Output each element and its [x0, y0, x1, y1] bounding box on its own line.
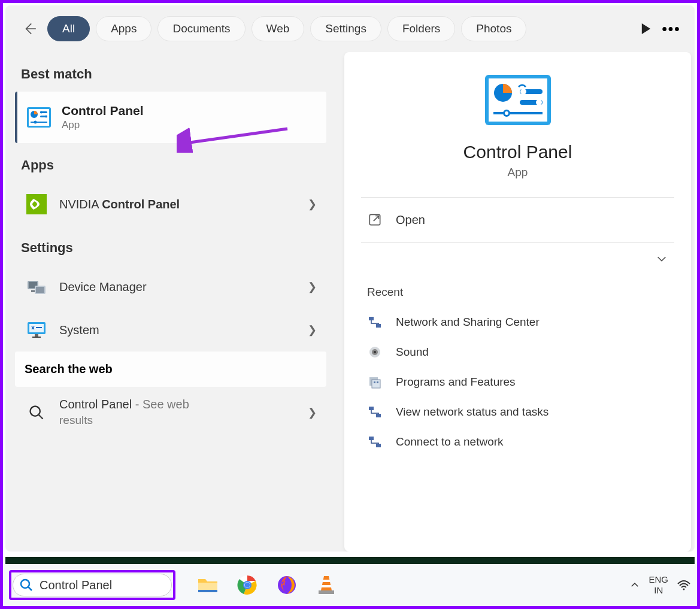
play-icon	[641, 23, 651, 34]
arrow-left-icon	[22, 21, 37, 37]
vlc-icon[interactable]	[316, 574, 337, 596]
svg-rect-18	[32, 337, 41, 338]
svg-point-31	[505, 111, 508, 115]
connect-network-icon	[367, 434, 383, 450]
svg-point-37	[374, 351, 376, 353]
control-panel-icon	[27, 105, 51, 129]
svg-point-26	[520, 89, 526, 95]
web-result-line2: results	[59, 414, 297, 427]
recent-header: Recent	[361, 275, 674, 307]
svg-rect-45	[376, 444, 381, 447]
nvidia-icon	[25, 192, 49, 216]
web-result-suffix: - See web	[132, 398, 189, 411]
best-match-title: Control Panel	[62, 104, 317, 118]
tab-folders[interactable]: Folders	[387, 16, 455, 41]
settings-result-device-manager[interactable]: Device Manager ❯	[15, 265, 326, 308]
tab-all[interactable]: All	[47, 16, 90, 41]
filter-tabs: All Apps Documents Web Settings Folders …	[47, 16, 630, 41]
language-indicator[interactable]: ENG IN	[649, 574, 668, 596]
recent-item[interactable]: View network status and tasks	[361, 397, 674, 427]
search-icon	[19, 578, 34, 592]
svg-rect-14	[31, 290, 35, 292]
svg-rect-9	[26, 194, 47, 214]
taskbar: Control Panel ENG IN	[3, 564, 697, 606]
svg-point-20	[31, 406, 40, 416]
more-button[interactable]: •••	[662, 20, 680, 38]
tray-chevron-up-icon[interactable]	[629, 580, 640, 590]
chevron-right-icon: ❯	[308, 280, 317, 293]
best-match-subtitle: App	[62, 119, 317, 131]
recent-item[interactable]: Programs and Features	[361, 367, 674, 397]
recent-label: Network and Sharing Center	[396, 316, 540, 329]
system-tray: ENG IN	[629, 574, 691, 596]
device-manager-icon	[25, 275, 49, 299]
back-button[interactable]	[20, 19, 39, 38]
svg-line-49	[28, 587, 32, 590]
system-icon	[25, 318, 49, 342]
chevron-right-icon: ❯	[308, 198, 317, 211]
results-column: Best match Control Panel App Apps NVIDIA…	[9, 52, 332, 552]
chrome-icon[interactable]	[237, 574, 258, 596]
expand-toggle[interactable]	[361, 243, 674, 275]
sound-icon	[367, 344, 383, 360]
recent-item[interactable]: Network and Sharing Center	[361, 307, 674, 337]
settings-item-label: System	[59, 323, 297, 337]
svg-point-8	[34, 121, 37, 124]
recent-label: Connect to a network	[396, 435, 504, 449]
svg-rect-39	[372, 380, 380, 388]
settings-result-system[interactable]: System ❯	[15, 308, 326, 352]
chevron-right-icon: ❯	[308, 406, 317, 419]
chevron-down-icon	[655, 252, 668, 265]
control-panel-large-icon	[485, 75, 551, 125]
tab-settings[interactable]: Settings	[310, 16, 381, 41]
app-result-nvidia[interactable]: NVIDIA Control Panel ❯	[15, 183, 326, 226]
svg-point-6	[45, 116, 47, 118]
svg-point-48	[21, 580, 29, 588]
svg-rect-44	[369, 437, 374, 440]
best-match-result[interactable]: Control Panel App	[15, 92, 326, 143]
settings-header: Settings	[15, 226, 326, 265]
app-bold: Control Panel	[102, 198, 180, 211]
apps-header: Apps	[15, 143, 326, 183]
open-external-icon	[367, 212, 383, 228]
tab-photos[interactable]: Photos	[461, 16, 526, 41]
tab-apps[interactable]: Apps	[96, 16, 151, 41]
chevron-right-icon: ❯	[308, 323, 317, 337]
main-content: Best match Control Panel App Apps NVIDIA…	[5, 52, 695, 552]
svg-rect-29	[493, 112, 543, 114]
recent-label: Programs and Features	[396, 375, 516, 389]
play-button[interactable]	[638, 21, 654, 37]
search-value: Control Panel	[40, 578, 123, 592]
tab-documents[interactable]: Documents	[157, 16, 245, 41]
svg-rect-57	[323, 580, 330, 582]
svg-rect-43	[376, 414, 381, 417]
svg-point-28	[536, 99, 542, 105]
svg-point-55	[245, 583, 250, 588]
svg-rect-13	[36, 287, 44, 293]
recent-label: Sound	[396, 346, 429, 359]
svg-rect-42	[369, 407, 374, 410]
svg-rect-59	[319, 590, 334, 594]
svg-rect-40	[374, 381, 375, 383]
recent-item[interactable]: Connect to a network	[361, 427, 674, 457]
top-bar: All Apps Documents Web Settings Folders …	[5, 5, 695, 52]
recent-label: View network status and tasks	[396, 405, 549, 419]
best-match-header: Best match	[15, 52, 326, 92]
ellipsis-icon: •••	[662, 20, 680, 37]
search-box-highlight: Control Panel	[9, 570, 175, 600]
detail-pane: Control Panel App Open Recent Network an…	[344, 52, 691, 552]
file-explorer-icon[interactable]	[197, 574, 219, 596]
firefox-icon[interactable]	[276, 574, 298, 596]
tab-web[interactable]: Web	[251, 16, 305, 41]
wifi-icon[interactable]	[677, 579, 691, 591]
svg-point-5	[40, 111, 43, 114]
open-action[interactable]: Open	[361, 198, 674, 242]
svg-rect-58	[322, 585, 331, 587]
taskbar-apps	[197, 574, 337, 596]
svg-rect-19	[36, 327, 42, 328]
open-label: Open	[396, 213, 425, 227]
recent-item[interactable]: Sound	[361, 337, 674, 367]
svg-rect-7	[31, 122, 47, 123]
taskbar-search[interactable]: Control Panel	[13, 574, 172, 596]
web-result[interactable]: Control Panel - See web results ❯	[15, 387, 326, 438]
